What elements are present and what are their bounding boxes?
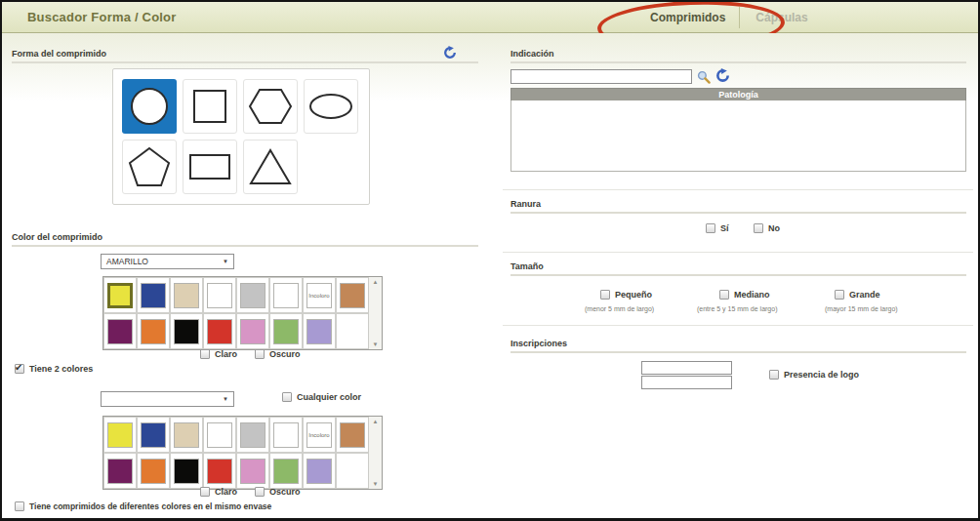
swatch-lila[interactable] (306, 459, 332, 484)
swatch-azul[interactable] (141, 422, 166, 448)
inscription-line1-input[interactable] (641, 361, 732, 375)
ranura-si-checkbox[interactable] (706, 223, 715, 233)
palette-scrollbar[interactable]: ▲▼ (368, 417, 382, 489)
shape-triangle[interactable] (243, 140, 298, 194)
swatch-blanco[interactable] (207, 422, 232, 448)
swatch-cell-lila[interactable] (303, 453, 336, 489)
swatch-rosa[interactable] (240, 459, 265, 484)
swatch-marron[interactable] (340, 422, 365, 448)
swatch-verde[interactable] (273, 459, 299, 484)
swatch-cell-gris[interactable] (236, 277, 269, 313)
palette-scrollbar[interactable]: ▲▼ (368, 277, 382, 349)
swatch-cell-incoloro[interactable]: Incoloro (303, 277, 336, 313)
shape-square[interactable] (183, 79, 237, 134)
swatch-marron[interactable] (340, 283, 365, 308)
swatch-cell-amarillo[interactable] (103, 277, 137, 313)
swatch-incoloro[interactable]: Incoloro (306, 283, 332, 308)
swatch-cell-lila[interactable] (303, 313, 336, 349)
refresh-icon[interactable] (715, 68, 730, 87)
swatch-cell-marron[interactable] (336, 277, 369, 313)
ranura-no-label: No (768, 223, 780, 233)
oscuro-secondary-checkbox[interactable] (255, 487, 265, 497)
ranura-no-checkbox[interactable] (754, 223, 763, 233)
swatch-cell-naranja[interactable] (137, 453, 170, 489)
swatch-rosa[interactable] (240, 319, 265, 344)
swatch-cell-marron[interactable] (336, 417, 369, 453)
indicacion-search-input[interactable] (510, 69, 692, 84)
swatch-cell-gris[interactable] (236, 417, 269, 453)
swatch-cell-verde[interactable] (269, 313, 303, 349)
swatch-cell-naranja[interactable] (137, 313, 170, 349)
claro-secondary-label: Claro (215, 487, 237, 497)
swatch-negro[interactable] (174, 459, 199, 484)
shape-circle[interactable] (122, 79, 177, 134)
swatch-cell-blanco-2[interactable] (269, 417, 303, 453)
swatch-rojo[interactable] (207, 459, 232, 484)
swatch-cell-rojo[interactable] (203, 453, 236, 489)
swatch-cell-amarillo[interactable] (103, 417, 137, 453)
swatch-cell-beige[interactable] (170, 417, 203, 453)
swatch-cell-verde[interactable] (269, 453, 303, 489)
swatch-cell-incoloro[interactable]: Incoloro (303, 417, 336, 453)
color-section-rule (12, 245, 478, 247)
swatch-rojo[interactable] (207, 319, 232, 344)
shape-rectangle[interactable] (183, 140, 237, 194)
inscription-line2-input[interactable] (641, 376, 732, 389)
swatch-cell-rosa[interactable] (236, 453, 269, 489)
swatch-amarillo[interactable] (107, 283, 133, 308)
swatch-morado[interactable] (107, 459, 133, 484)
shape-hexagon[interactable] (243, 79, 298, 134)
logo-checkbox[interactable] (769, 370, 779, 380)
swatch-amarillo[interactable] (107, 422, 133, 448)
swatch-lila[interactable] (306, 319, 332, 344)
color-dropdown-secondary[interactable]: ▼ (101, 391, 234, 407)
swatch-morado[interactable] (107, 319, 133, 344)
swatch-blanco-2[interactable] (273, 283, 299, 308)
scroll-down-icon[interactable]: ▼ (369, 341, 382, 347)
swatch-cell-negro[interactable] (170, 313, 203, 349)
swatch-cell-blanco-2[interactable] (269, 277, 303, 313)
tamano-grande-checkbox[interactable] (835, 290, 844, 300)
swatch-naranja[interactable] (141, 459, 166, 484)
shape-ellipse[interactable] (304, 79, 358, 134)
swatch-blanco-2[interactable] (273, 422, 299, 448)
swatch-beige[interactable] (174, 283, 199, 308)
swatch-cell-blanco[interactable] (203, 277, 236, 313)
swatch-cell-azul[interactable] (137, 277, 170, 313)
scroll-down-icon[interactable]: ▼ (369, 481, 382, 487)
tamano-pequeno-checkbox[interactable] (600, 290, 610, 300)
swatch-cell-beige[interactable] (170, 277, 203, 313)
patologia-list[interactable] (510, 100, 966, 172)
swatch-cell-azul[interactable] (137, 417, 170, 453)
swatch-beige[interactable] (174, 422, 199, 448)
swatch-negro[interactable] (174, 319, 199, 344)
swatch-cell-blanco[interactable] (203, 417, 236, 453)
color-dropdown-primary[interactable]: AMARILLO ▼ (101, 254, 234, 269)
swatch-incoloro[interactable]: Incoloro (306, 422, 332, 448)
search-icon[interactable] (697, 70, 711, 88)
oscuro-primary-checkbox[interactable] (255, 349, 265, 359)
swatch-cell-negro[interactable] (170, 453, 203, 489)
tamano-mediano-checkbox[interactable] (719, 290, 729, 300)
swatch-verde[interactable] (273, 319, 299, 344)
tab-capsulas[interactable]: Cápsulas (740, 11, 823, 24)
two-colors-checkbox[interactable] (15, 364, 24, 374)
swatch-gris[interactable] (240, 283, 265, 308)
any-color-checkbox[interactable] (282, 392, 292, 402)
claro-primary-checkbox[interactable] (200, 349, 210, 359)
scroll-up-icon[interactable]: ▲ (369, 419, 382, 424)
shape-pentagon[interactable] (122, 140, 177, 194)
scroll-up-icon[interactable]: ▲ (369, 279, 382, 285)
claro-secondary-checkbox[interactable] (200, 487, 210, 497)
swatch-azul[interactable] (141, 283, 166, 308)
patologia-header: Patología (510, 88, 966, 101)
swatch-blanco[interactable] (207, 283, 232, 308)
swatch-cell-morado[interactable] (103, 313, 137, 349)
swatch-naranja[interactable] (141, 319, 166, 344)
swatch-cell-rojo[interactable] (203, 313, 236, 349)
swatch-cell-rosa[interactable] (236, 313, 269, 349)
swatch-cell-morado[interactable] (103, 453, 137, 489)
mixed-colors-checkbox[interactable] (15, 501, 24, 511)
tab-comprimidos[interactable]: Comprimidos (627, 11, 739, 24)
swatch-gris[interactable] (240, 422, 265, 448)
